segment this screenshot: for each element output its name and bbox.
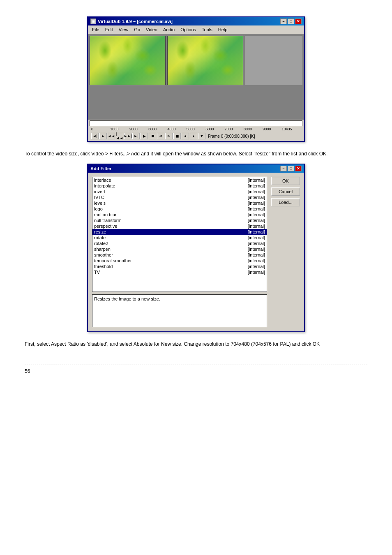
transport-prev-slow[interactable]: ► [99, 133, 107, 139]
transport-start[interactable]: ◄| [91, 133, 99, 139]
filter-name-rotate: rotate [94, 235, 106, 240]
filter-name-motion-blur: motion blur [94, 212, 116, 217]
menu-view[interactable]: View [116, 26, 131, 33]
transport-mark-out[interactable]: ⊳ [165, 133, 173, 139]
ruler-mark-4000: 4000 [167, 127, 186, 131]
filter-source-smoother: [internal] [248, 252, 265, 257]
filter-name-levels: levels [94, 201, 106, 206]
add-filter-close[interactable]: ✕ [295, 166, 302, 171]
filter-name-tv: TV [94, 270, 100, 275]
filter-item-perspective[interactable]: perspective [internal] [92, 223, 267, 229]
menu-edit[interactable]: Edit [103, 26, 115, 33]
filter-item-levels[interactable]: levels [internal] [92, 200, 267, 206]
filter-name-null-transform: null transform [94, 218, 122, 223]
filter-description-text: Resizes the image to a new size. [94, 296, 160, 301]
ruler-mark-0: 0 [91, 127, 110, 131]
menu-audio[interactable]: Audio [161, 26, 177, 33]
transport-bar: ◄| ► ◄◄ |◄◄ ►►| ►| ▶ ⏹ ⊲ ⊳ ◼ ● ▲ ▼ Frame… [90, 132, 302, 140]
transport-up[interactable]: ▲ [190, 133, 197, 139]
filter-item-ivtc[interactable]: IVTC [internal] [92, 194, 267, 200]
cancel-button[interactable]: Cancel [271, 187, 300, 196]
page: ⊞ VirtualDub 1.9.9 – [commercial.avi] – … [0, 0, 392, 391]
transport-prev[interactable]: ◄◄ [108, 133, 115, 139]
transport-rewind[interactable]: |◄◄ [116, 133, 123, 139]
ruler-mark-2000: 2000 [129, 127, 148, 131]
filter-list[interactable]: interlace [internal] interpolate [intern… [92, 177, 267, 292]
filter-name-smoother: smoother [94, 252, 113, 257]
filter-item-logo[interactable]: logo [internal] [92, 206, 267, 212]
filter-buttons: OK Cancel Load... [271, 177, 300, 327]
load-button[interactable]: Load... [271, 198, 300, 206]
page-number: 56 [25, 368, 30, 374]
filter-item-resize[interactable]: resize [internal] [92, 229, 267, 235]
ruler-mark-9000: 9000 [263, 127, 281, 131]
menu-video[interactable]: Video [143, 26, 160, 33]
filter-name-threshold: threshold [94, 264, 113, 269]
filter-item-temporal-smoother[interactable]: temporal smoother [internal] [92, 258, 267, 264]
filter-item-interpolate[interactable]: interpolate [internal] [92, 183, 267, 189]
ruler-mark-5000: 5000 [187, 127, 205, 131]
page-footer: 56 [25, 365, 367, 374]
close-button[interactable]: ✕ [295, 18, 302, 24]
filter-item-invert[interactable]: invert [internal] [92, 189, 267, 194]
filter-source-perspective: [internal] [248, 224, 265, 229]
minimize-button[interactable]: – [280, 18, 287, 24]
filter-source-levels: [internal] [248, 201, 265, 206]
video-frame-left [90, 36, 166, 85]
filter-item-threshold[interactable]: threshold [internal] [92, 264, 267, 269]
transport-rec[interactable]: ● [182, 133, 189, 139]
filter-name-temporal-smoother: temporal smoother [94, 258, 132, 263]
add-filter-title-bar: Add Filter – □ ✕ [88, 164, 304, 173]
add-filter-title-text: Add Filter [90, 166, 111, 171]
filter-name-invert: invert [94, 189, 105, 194]
add-filter-restore[interactable]: □ [288, 166, 294, 171]
restore-button[interactable]: □ [288, 18, 294, 24]
add-filter-minimize[interactable]: – [280, 166, 287, 171]
filter-source-rotate: [internal] [248, 235, 265, 240]
timeline-track[interactable] [90, 120, 302, 126]
menu-options[interactable]: Options [178, 26, 198, 33]
filter-item-motion-blur[interactable]: motion blur [internal] [92, 212, 267, 217]
timeline-ruler: 0 1000 2000 3000 4000 5000 6000 7000 800… [90, 127, 302, 131]
transport-ff[interactable]: ►►| [124, 133, 131, 139]
filter-item-smoother[interactable]: smoother [internal] [92, 252, 267, 258]
transport-down[interactable]: ▼ [198, 133, 205, 139]
filter-name-rotate2: rotate2 [94, 241, 108, 246]
menu-go[interactable]: Go [131, 26, 143, 33]
title-bar-buttons: – □ ✕ [280, 18, 302, 24]
menu-help[interactable]: Help [216, 26, 230, 33]
transport-play-b[interactable]: ⏹ [149, 133, 156, 139]
transport-mark-in[interactable]: ⊲ [157, 133, 164, 139]
transport-next-slow[interactable]: ►| [132, 133, 140, 139]
filter-source-tv: [internal] [248, 270, 265, 275]
filter-source-rotate2: [internal] [248, 241, 265, 246]
add-filter-title-buttons: – □ ✕ [280, 166, 302, 171]
timeline-area: 0 1000 2000 3000 4000 5000 6000 7000 800… [88, 120, 304, 141]
title-bar-left: ⊞ VirtualDub 1.9.9 – [commercial.avi] [90, 18, 173, 24]
filter-item-sharpen[interactable]: sharpen [internal] [92, 246, 267, 252]
filter-name-perspective: perspective [94, 224, 117, 229]
filter-item-tv[interactable]: TV [internal] [92, 269, 267, 275]
lower-video-area [88, 87, 304, 120]
transport-play-icon[interactable]: ▶ [141, 133, 148, 139]
filter-source-sharpen: [internal] [248, 247, 265, 252]
filter-name-ivtc: IVTC [94, 195, 104, 200]
filter-item-rotate2[interactable]: rotate2 [internal] [92, 240, 267, 246]
description-text: To control the video size, click Video >… [25, 150, 367, 157]
filter-item-interlace[interactable]: interlace [internal] [92, 177, 267, 183]
filter-source-interlace: [internal] [248, 178, 265, 183]
filter-source-motion-blur: [internal] [248, 212, 265, 217]
ok-button[interactable]: OK [271, 177, 300, 185]
menu-tools[interactable]: Tools [199, 26, 215, 33]
filter-item-null-transform[interactable]: null transform [internal] [92, 217, 267, 223]
ruler-mark-6000: 6000 [205, 127, 224, 131]
transport-stop[interactable]: ◼ [173, 133, 181, 139]
video-area [88, 34, 304, 87]
menu-file[interactable]: File [90, 26, 102, 33]
instruction-content: First, select Aspect Ratio as 'disabled'… [25, 341, 320, 347]
add-filter-window: Add Filter – □ ✕ interlace [internal] in… [87, 164, 305, 332]
vdub-title: VirtualDub 1.9.9 – [commercial.avi] [98, 19, 173, 24]
filter-item-rotate[interactable]: rotate [internal] [92, 235, 267, 240]
app-icon: ⊞ [90, 18, 96, 24]
description-content: To control the video size, click Video >… [25, 151, 327, 157]
